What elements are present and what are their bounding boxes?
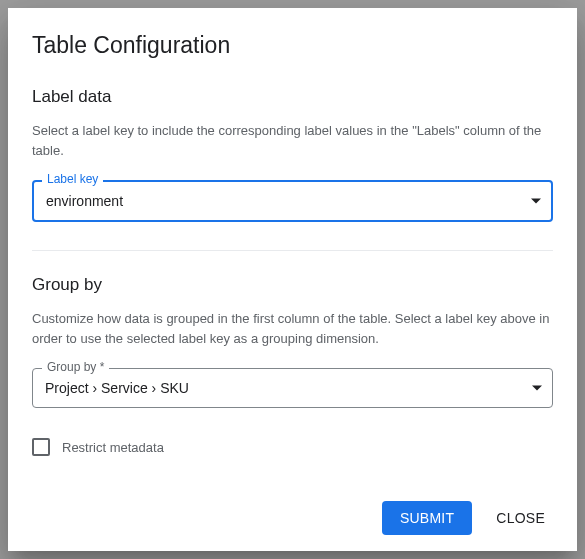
group-by-select-value: Project › Service › SKU bbox=[45, 380, 189, 396]
restrict-metadata-row: Restrict metadata bbox=[32, 438, 553, 456]
label-key-select[interactable]: environment bbox=[32, 180, 553, 222]
restrict-metadata-label: Restrict metadata bbox=[62, 440, 164, 455]
section-divider bbox=[32, 250, 553, 251]
label-key-select-value: environment bbox=[46, 193, 123, 209]
group-by-heading: Group by bbox=[32, 275, 553, 295]
dialog-title: Table Configuration bbox=[32, 32, 553, 59]
modal-backdrop: Table Configuration Label data Select a … bbox=[0, 0, 585, 559]
group-by-field-label: Group by * bbox=[42, 360, 109, 374]
label-data-description: Select a label key to include the corres… bbox=[32, 121, 553, 160]
group-by-description: Customize how data is grouped in the fir… bbox=[32, 309, 553, 348]
label-key-field: Label key environment bbox=[32, 180, 553, 222]
table-configuration-dialog: Table Configuration Label data Select a … bbox=[8, 8, 577, 551]
group-by-field: Group by * Project › Service › SKU bbox=[32, 368, 553, 408]
dialog-actions: SUBMIT CLOSE bbox=[32, 485, 553, 535]
dropdown-arrow-icon bbox=[532, 386, 542, 391]
restrict-metadata-checkbox[interactable] bbox=[32, 438, 50, 456]
submit-button[interactable]: SUBMIT bbox=[382, 501, 472, 535]
group-by-select[interactable]: Project › Service › SKU bbox=[32, 368, 553, 408]
close-button[interactable]: CLOSE bbox=[488, 501, 553, 535]
label-data-heading: Label data bbox=[32, 87, 553, 107]
dropdown-arrow-icon bbox=[531, 199, 541, 204]
label-key-field-label: Label key bbox=[42, 172, 103, 186]
